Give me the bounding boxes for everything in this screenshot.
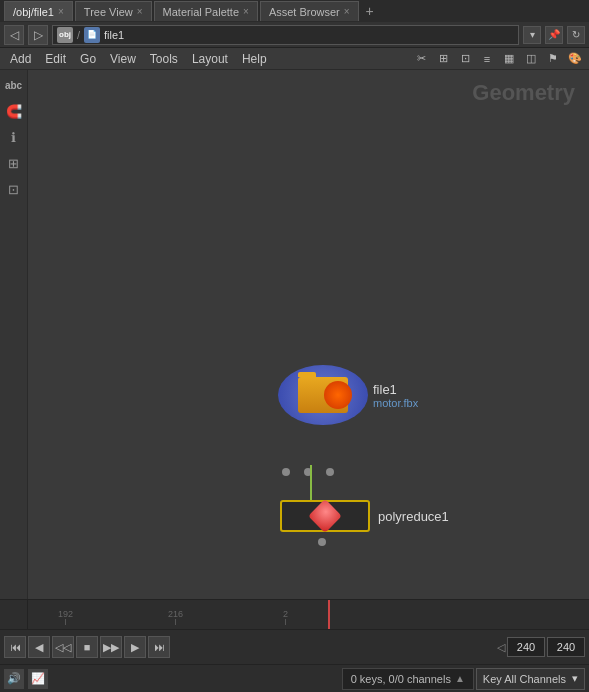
sidebar-icon-text[interactable]: abc	[3, 74, 25, 96]
prev-frame-button[interactable]: ◀	[28, 636, 50, 658]
keys-label: 0 keys, 0/0 channels	[351, 673, 451, 685]
tab-material-palette[interactable]: Material Palette ×	[154, 1, 258, 21]
address-dropdown[interactable]: ▾	[523, 26, 541, 44]
ruler-mark-2: 2	[283, 609, 288, 625]
skip-start-button[interactable]: ⏮	[4, 636, 26, 658]
toolbar-icon-cut[interactable]: ✂	[411, 50, 431, 68]
tab-label: /obj/file1	[13, 6, 54, 18]
left-sidebar: abc 🧲 ℹ ⊞ ⊡	[0, 70, 28, 599]
tab-close-1[interactable]: ×	[137, 6, 143, 17]
timeline-area[interactable]: 192 216 2	[0, 599, 589, 629]
tab-add-button[interactable]: +	[361, 2, 379, 20]
tab-close-0[interactable]: ×	[58, 6, 64, 17]
play-forward-button[interactable]: ▶▶	[100, 636, 122, 658]
timeline-playhead	[328, 600, 330, 629]
menu-tools[interactable]: Tools	[144, 50, 184, 68]
tab-label: Asset Browser	[269, 6, 340, 18]
tab-close-3[interactable]: ×	[344, 6, 350, 17]
file-path-icon: 📄	[84, 27, 100, 43]
forward-button[interactable]: ▷	[28, 25, 48, 45]
channel-controls: 0 keys, 0/0 channels ▲ Key All Channels …	[342, 668, 585, 690]
bottom-controls: ⏮ ◀ ◁◁ ■ ▶▶ ▶ ⏭ ◁	[0, 629, 589, 664]
reload-button[interactable]: ↻	[567, 26, 585, 44]
node-polyreduce1-box	[280, 500, 370, 532]
node-file1-label: file1	[373, 382, 397, 397]
address-bar: ◁ ▷ obj / 📄 file1 ▾ 📌 ↻	[0, 22, 589, 48]
tab-label: Material Palette	[163, 6, 239, 18]
connector-dot-bottom	[318, 538, 326, 546]
pin-button[interactable]: 📌	[545, 26, 563, 44]
menu-help[interactable]: Help	[236, 50, 273, 68]
folder-icon	[298, 377, 348, 413]
timeline-ruler[interactable]: 192 216 2	[28, 600, 589, 629]
skip-end-button[interactable]: ⏭	[148, 636, 170, 658]
menu-edit[interactable]: Edit	[39, 50, 72, 68]
obj-path-icon: obj	[57, 27, 73, 43]
node-file1-icon	[278, 365, 368, 425]
frame-left-arrow[interactable]: ◁	[497, 641, 505, 654]
menu-layout[interactable]: Layout	[186, 50, 234, 68]
polyreduce-gem-icon	[308, 499, 342, 533]
channel-box: 🔊 📈 0 keys, 0/0 channels ▲ Key All Chann…	[0, 664, 589, 692]
tab-label: Tree View	[84, 6, 133, 18]
connector-dot-top-right	[326, 468, 334, 476]
menu-bar: Add Edit Go View Tools Layout Help ✂ ⊞ ⊡…	[0, 48, 589, 70]
node-polyreduce1[interactable]: polyreduce1	[280, 500, 449, 532]
keys-display: 0 keys, 0/0 channels ▲	[342, 668, 474, 690]
toolbar-icon-flag[interactable]: ⚑	[543, 50, 563, 68]
tab-tree-view[interactable]: Tree View ×	[75, 1, 152, 21]
tab-bar: /obj/file1 × Tree View × Material Palett…	[0, 0, 589, 22]
audio-icon[interactable]: 🔊	[4, 669, 24, 689]
toolbar-icon-list[interactable]: ≡	[477, 50, 497, 68]
toolbar-icon-boxes[interactable]: ⊡	[455, 50, 475, 68]
tab-asset-browser[interactable]: Asset Browser ×	[260, 1, 359, 21]
tab-obj-file1[interactable]: /obj/file1 ×	[4, 1, 73, 21]
sidebar-icon-snap[interactable]: 🧲	[3, 100, 25, 122]
back-button[interactable]: ◁	[4, 25, 24, 45]
tab-close-2[interactable]: ×	[243, 6, 249, 17]
channel-icon[interactable]: 📈	[28, 669, 48, 689]
toolbar-icons: ✂ ⊞ ⊡ ≡ ▦ ◫ ⚑ 🎨	[411, 50, 585, 68]
path-file-label: file1	[104, 29, 124, 41]
sidebar-icon-grid[interactable]: ⊞	[3, 152, 25, 174]
next-frame-button[interactable]: ▶	[124, 636, 146, 658]
houdini-gem-icon	[324, 381, 352, 409]
ruler-mark-216: 216	[168, 609, 183, 625]
play-backward-button[interactable]: ◁◁	[52, 636, 74, 658]
toolbar-icon-grid[interactable]: ⊞	[433, 50, 453, 68]
sidebar-icon-info[interactable]: ℹ	[3, 126, 25, 148]
toolbar-icon-color[interactable]: 🎨	[565, 50, 585, 68]
stop-button[interactable]: ■	[76, 636, 98, 658]
ruler-mark-192: 192	[58, 609, 73, 625]
frame-end-input[interactable]	[547, 637, 585, 657]
toolbar-icon-split[interactable]: ◫	[521, 50, 541, 68]
menu-go[interactable]: Go	[74, 50, 102, 68]
menu-view[interactable]: View	[104, 50, 142, 68]
node-polyreduce1-label: polyreduce1	[378, 509, 449, 524]
channel-dropdown-arrow: ▾	[572, 672, 578, 685]
keys-arrow-up[interactable]: ▲	[455, 673, 465, 684]
toolbar-icon-table[interactable]: ▦	[499, 50, 519, 68]
menu-add[interactable]: Add	[4, 50, 37, 68]
main-area: abc 🧲 ℹ ⊞ ⊡ Geometry file1 motor.fbx	[0, 70, 589, 599]
node-graph[interactable]: Geometry file1 motor.fbx polyreduce	[28, 70, 589, 599]
node-file1-sublabel: motor.fbx	[373, 397, 418, 409]
geometry-label: Geometry	[472, 80, 575, 106]
channel-selector[interactable]: Key All Channels ▾	[476, 668, 585, 690]
channel-selector-label: Key All Channels	[483, 673, 566, 685]
connector-dot-top-left	[282, 468, 290, 476]
node-file1[interactable]: file1 motor.fbx	[278, 365, 368, 425]
sidebar-icon-network[interactable]: ⊡	[3, 178, 25, 200]
connector-line	[310, 465, 312, 505]
frame-start-input[interactable]	[507, 637, 545, 657]
